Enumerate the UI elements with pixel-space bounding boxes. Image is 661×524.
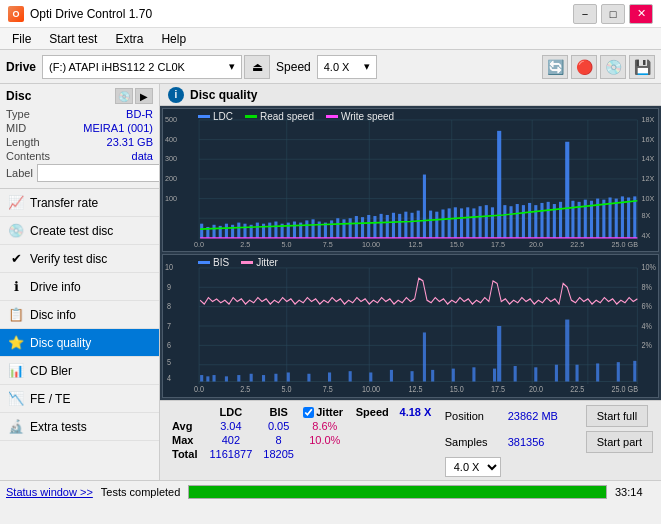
- svg-text:14X: 14X: [642, 154, 655, 163]
- svg-rect-87: [503, 205, 506, 238]
- svg-rect-38: [200, 224, 203, 238]
- svg-rect-83: [479, 206, 482, 238]
- create-test-disc-icon: 💿: [8, 223, 24, 239]
- legend-jitter: Jitter: [241, 257, 278, 268]
- close-button[interactable]: ✕: [629, 4, 653, 24]
- svg-rect-154: [274, 374, 277, 382]
- disc-header-label: Disc: [6, 89, 31, 103]
- speed-label: Speed: [276, 60, 311, 74]
- svg-rect-170: [555, 365, 558, 382]
- svg-rect-64: [361, 217, 364, 238]
- menu-help[interactable]: Help: [153, 30, 194, 48]
- svg-rect-155: [287, 372, 290, 381]
- svg-rect-168: [514, 366, 517, 381]
- svg-rect-96: [559, 202, 562, 238]
- sidebar-item-label: Disc info: [30, 308, 76, 322]
- speed-value-header: 4.18 X: [394, 405, 437, 419]
- svg-rect-72: [411, 213, 414, 238]
- menu-extra[interactable]: Extra: [107, 30, 151, 48]
- disc-icon-2[interactable]: ▶: [135, 88, 153, 104]
- burn-button[interactable]: 🔴: [571, 55, 597, 79]
- maximize-button[interactable]: □: [601, 4, 625, 24]
- stats-right: Position 23862 MB Start full Samples 381…: [445, 405, 653, 476]
- start-full-button[interactable]: Start full: [586, 405, 648, 427]
- sidebar-item-fe-te[interactable]: 📉 FE / TE: [0, 385, 159, 413]
- svg-rect-89: [516, 204, 519, 238]
- verify-test-disc-icon: ✔: [8, 251, 24, 267]
- sidebar-item-create-test-disc[interactable]: 💿 Create test disc: [0, 217, 159, 245]
- svg-text:5: 5: [167, 357, 171, 367]
- progress-bar-fill: [189, 486, 606, 498]
- chart-ldc-svg: 18X 16X 14X 12X 10X 8X 4X 500 400 300 20…: [163, 109, 658, 251]
- sidebar-nav: 📈 Transfer rate 💿 Create test disc ✔ Ver…: [0, 189, 159, 441]
- svg-text:22.5: 22.5: [570, 239, 584, 248]
- disc-mid-value: MEIRA1 (001): [83, 122, 153, 134]
- svg-rect-78: [448, 208, 451, 237]
- sidebar-item-disc-info[interactable]: 📋 Disc info: [0, 301, 159, 329]
- svg-rect-52: [287, 223, 290, 238]
- jitter-checkbox[interactable]: [303, 407, 314, 418]
- svg-rect-108: [633, 196, 636, 238]
- svg-text:25.0 GB: 25.0 GB: [612, 239, 638, 248]
- svg-rect-153: [262, 375, 265, 381]
- sidebar-item-transfer-rate[interactable]: 📈 Transfer rate: [0, 189, 159, 217]
- disc-contents-value: data: [132, 150, 153, 162]
- save-button[interactable]: 💾: [629, 55, 655, 79]
- svg-rect-66: [373, 216, 376, 238]
- svg-rect-82: [472, 208, 475, 237]
- content-area: i Disc quality LDC Read speed: [160, 84, 661, 480]
- start-part-button[interactable]: Start part: [586, 431, 653, 453]
- svg-text:0.0: 0.0: [194, 239, 204, 248]
- svg-rect-67: [380, 214, 383, 238]
- fe-te-icon: 📉: [8, 391, 24, 407]
- svg-rect-49: [268, 223, 271, 238]
- disc-label-input[interactable]: [37, 164, 160, 182]
- svg-text:400: 400: [165, 135, 177, 144]
- sidebar-item-disc-quality[interactable]: ⭐ Disc quality: [0, 329, 159, 357]
- speed-select[interactable]: 4.0 X ▾: [317, 55, 377, 79]
- legend-ldc: LDC: [198, 111, 233, 122]
- col-ldc: LDC: [204, 405, 258, 419]
- toolbar: Drive (F:) ATAPI iHBS112 2 CL0K ▾ ⏏ Spee…: [0, 50, 661, 84]
- stats-row-total: Total 1161877 18205: [168, 447, 437, 461]
- menu-file[interactable]: File: [4, 30, 39, 48]
- svg-rect-69: [392, 213, 395, 238]
- legend-write-speed-dot: [326, 115, 338, 118]
- svg-text:17.5: 17.5: [491, 384, 505, 394]
- cd-bler-icon: 📊: [8, 363, 24, 379]
- svg-text:300: 300: [165, 154, 177, 163]
- svg-rect-148: [206, 376, 209, 381]
- svg-rect-158: [349, 371, 352, 381]
- sidebar-item-cd-bler[interactable]: 📊 CD Bler: [0, 357, 159, 385]
- speed-dropdown[interactable]: 4.0 X: [445, 457, 501, 477]
- svg-rect-159: [369, 372, 372, 381]
- svg-rect-92: [534, 205, 537, 238]
- drive-select[interactable]: (F:) ATAPI iHBS112 2 CL0K ▾: [42, 55, 242, 79]
- refresh-button[interactable]: 🔄: [542, 55, 568, 79]
- sidebar-item-extra-tests[interactable]: 🔬 Extra tests: [0, 413, 159, 441]
- legend-write-speed: Write speed: [326, 111, 394, 122]
- status-time: 33:14: [615, 486, 655, 498]
- svg-rect-103: [602, 200, 605, 238]
- status-window-button[interactable]: Status window >>: [6, 486, 93, 498]
- svg-rect-173: [596, 363, 599, 381]
- drive-eject-button[interactable]: ⏏: [244, 55, 270, 79]
- chart-bis: BIS Jitter: [162, 254, 659, 398]
- svg-rect-169: [534, 367, 537, 381]
- minimize-button[interactable]: −: [573, 4, 597, 24]
- disc-button[interactable]: 💿: [600, 55, 626, 79]
- disc-type-label: Type: [6, 108, 30, 120]
- stats-row-avg: Avg 3.04 0.05 8.6%: [168, 419, 437, 433]
- svg-text:7.5: 7.5: [323, 239, 333, 248]
- drive-info-icon: ℹ: [8, 279, 24, 295]
- menu-start-test[interactable]: Start test: [41, 30, 105, 48]
- sidebar-item-verify-test-disc[interactable]: ✔ Verify test disc: [0, 245, 159, 273]
- svg-text:0.0: 0.0: [194, 384, 204, 394]
- sidebar-item-label: Extra tests: [30, 420, 87, 434]
- svg-rect-55: [305, 220, 308, 237]
- disc-icon-1[interactable]: 💿: [115, 88, 133, 104]
- title-bar: O Opti Drive Control 1.70 − □ ✕: [0, 0, 661, 28]
- svg-rect-77: [441, 209, 444, 237]
- legend-ldc-dot: [198, 115, 210, 118]
- sidebar-item-drive-info[interactable]: ℹ Drive info: [0, 273, 159, 301]
